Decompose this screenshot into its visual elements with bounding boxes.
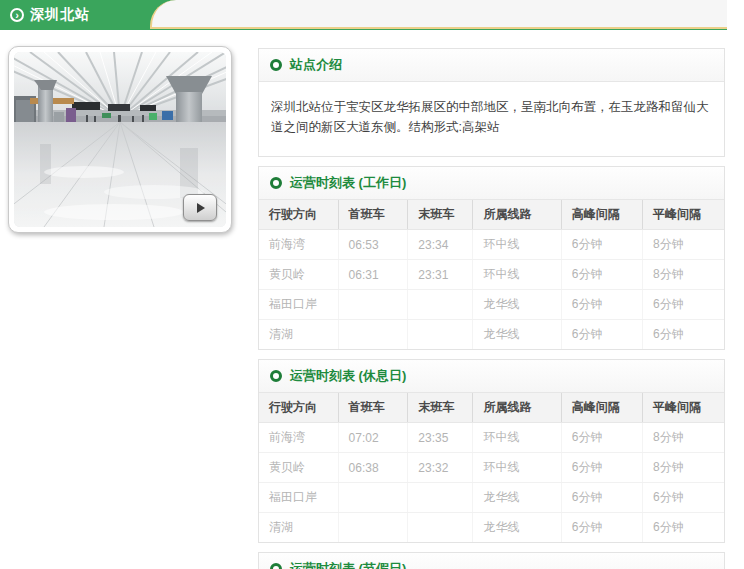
column-header: 末班车 [408,200,473,230]
table-cell: 龙华线 [473,320,561,350]
table-cell [408,290,473,320]
column-header: 所属线路 [473,200,561,230]
timetable-section: 运营时刻表 (休息日) 行驶方向首班车末班车所属线路高峰间隔平峰间隔 前海湾07… [258,359,725,543]
table-row: 福田口岸龙华线6分钟6分钟 [259,483,724,513]
page-title: 深圳北站 [30,6,90,24]
table-row: 前海湾06:5323:34环中线6分钟8分钟 [259,230,724,260]
table-cell: 福田口岸 [259,483,338,513]
table-header-row: 行驶方向首班车末班车所属线路高峰间隔平峰间隔 [259,200,724,230]
intro-section: 站点介绍 深圳北站位于宝安区龙华拓展区的中部地区，呈南北向布置，在玉龙路和留仙大… [258,48,725,157]
table-header-row: 行驶方向首班车末班车所属线路高峰间隔平峰间隔 [259,393,724,423]
table-cell: 福田口岸 [259,290,338,320]
table-row: 清湖龙华线6分钟6分钟 [259,513,724,543]
station-photo-card [8,46,232,233]
section-bullet-icon [270,59,282,71]
table-cell: 6分钟 [561,320,642,350]
table-cell: 6分钟 [643,513,724,543]
column-header: 平峰间隔 [643,200,724,230]
header-curve [150,0,727,29]
table-cell: 前海湾 [259,230,338,260]
table-cell [408,483,473,513]
section-heading: 运营时刻表 (节假日) [290,560,406,569]
table-row: 黄贝岭06:3123:31环中线6分钟8分钟 [259,260,724,290]
table-cell: 23:31 [408,260,473,290]
table-cell: 环中线 [473,260,561,290]
table-cell: 6分钟 [561,230,642,260]
table-cell: 6分钟 [561,260,642,290]
table-cell: 6分钟 [643,320,724,350]
column-header: 首班车 [338,200,408,230]
section-bullet-icon [270,563,282,569]
table-cell: 清湖 [259,513,338,543]
intro-section-header: 站点介绍 [259,49,724,82]
table-row: 清湖龙华线6分钟6分钟 [259,320,724,350]
timetable-section-header: 运营时刻表 (工作日) [259,167,724,200]
timetable-table: 行驶方向首班车末班车所属线路高峰间隔平峰间隔 前海湾06:5323:34环中线6… [259,200,724,349]
timetable-section-header: 运营时刻表 (休息日) [259,360,724,393]
timetables-container: 运营时刻表 (工作日) 行驶方向首班车末班车所属线路高峰间隔平峰间隔 前海湾06… [258,166,725,569]
table-cell: 06:38 [338,453,408,483]
table-cell: 8分钟 [643,260,724,290]
table-cell: 23:32 [408,453,473,483]
column-header: 高峰间隔 [561,393,642,423]
table-cell: 8分钟 [643,423,724,453]
page-header: › 深圳北站 [0,0,727,30]
timetable-section: 运营时刻表 (工作日) 行驶方向首班车末班车所属线路高峰间隔平峰间隔 前海湾06… [258,166,725,350]
table-cell: 06:31 [338,260,408,290]
table-cell [338,513,408,543]
column-header: 行驶方向 [259,393,338,423]
column-header: 首班车 [338,393,408,423]
table-cell: 黄贝岭 [259,260,338,290]
title-arrow-icon: › [10,8,24,22]
table-cell: 6分钟 [561,453,642,483]
table-row: 黄贝岭06:3823:32环中线6分钟8分钟 [259,453,724,483]
table-cell: 龙华线 [473,513,561,543]
table-cell [338,290,408,320]
next-photo-button[interactable] [183,194,217,221]
table-cell: 6分钟 [561,513,642,543]
table-cell: 黄贝岭 [259,453,338,483]
column-header: 行驶方向 [259,200,338,230]
table-cell: 6分钟 [643,290,724,320]
table-row: 福田口岸龙华线6分钟6分钟 [259,290,724,320]
table-cell [338,320,408,350]
section-heading: 运营时刻表 (工作日) [290,174,406,192]
table-cell: 环中线 [473,453,561,483]
table-cell: 8分钟 [643,230,724,260]
column-header: 平峰间隔 [643,393,724,423]
station-photo [14,52,226,227]
column-header: 高峰间隔 [561,200,642,230]
table-row: 前海湾07:0223:35环中线6分钟8分钟 [259,423,724,453]
table-cell: 环中线 [473,230,561,260]
table-cell: 6分钟 [561,423,642,453]
section-heading: 运营时刻表 (休息日) [290,367,406,385]
table-cell: 6分钟 [561,483,642,513]
section-bullet-icon [270,177,282,189]
section-heading: 站点介绍 [290,56,342,74]
section-bullet-icon [270,370,282,382]
table-cell [408,320,473,350]
play-icon [197,203,205,213]
column-header: 末班车 [408,393,473,423]
table-cell: 8分钟 [643,453,724,483]
timetable-section-header: 运营时刻表 (节假日) [259,553,724,569]
timetable-section: 运营时刻表 (节假日) 行驶方向首班车末班车所属线路高峰间隔平峰间隔 前海湾07… [258,552,725,569]
table-cell: 清湖 [259,320,338,350]
table-cell: 06:53 [338,230,408,260]
table-cell: 环中线 [473,423,561,453]
table-cell [408,513,473,543]
intro-text: 深圳北站位于宝安区龙华拓展区的中部地区，呈南北向布置，在玉龙路和留仙大道之间的新… [271,97,712,137]
table-cell: 23:35 [408,423,473,453]
table-cell: 6分钟 [561,290,642,320]
timetable-table: 行驶方向首班车末班车所属线路高峰间隔平峰间隔 前海湾07:0223:35环中线6… [259,393,724,542]
table-cell [338,483,408,513]
table-cell: 23:34 [408,230,473,260]
table-cell: 龙华线 [473,290,561,320]
table-cell: 07:02 [338,423,408,453]
table-cell: 前海湾 [259,423,338,453]
column-header: 所属线路 [473,393,561,423]
main-content: 站点介绍 深圳北站位于宝安区龙华拓展区的中部地区，呈南北向布置，在玉龙路和留仙大… [258,48,725,569]
table-cell: 龙华线 [473,483,561,513]
table-cell: 6分钟 [643,483,724,513]
